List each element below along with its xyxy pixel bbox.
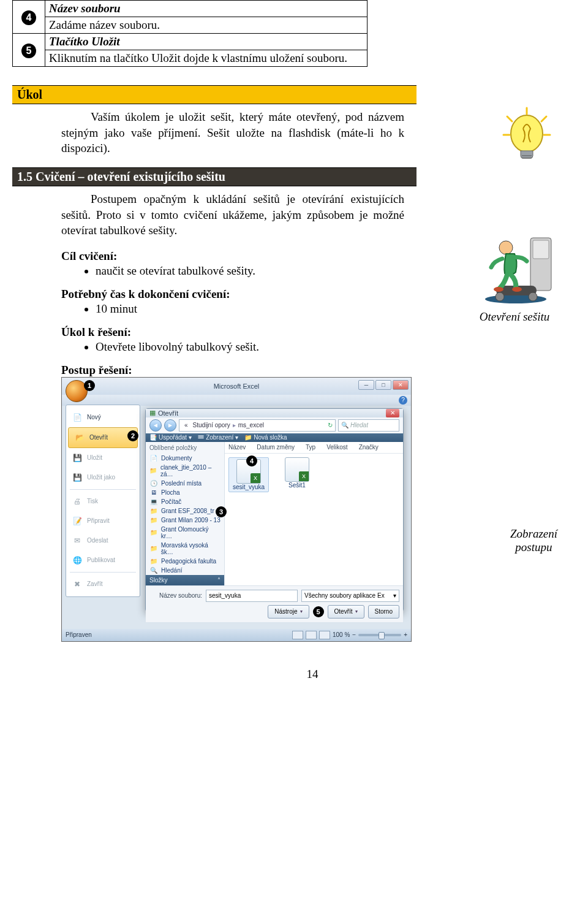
solve-label: Úkol k řešení: xyxy=(61,325,564,339)
step-5-title: Tlačítko Uložit xyxy=(45,34,368,50)
page-number: 14 xyxy=(61,668,564,681)
view-caption-block: Zobrazení postupu xyxy=(510,527,557,554)
cancel-button[interactable]: Storno xyxy=(368,605,399,619)
view-normal-button[interactable] xyxy=(292,631,303,639)
lightbulb-illustration xyxy=(496,104,557,178)
excel-doc-icon: ▦ xyxy=(149,409,156,417)
search-input[interactable]: 🔍 Hledat xyxy=(338,419,399,432)
maximize-button[interactable]: □ xyxy=(375,380,391,390)
view-caption-l1: Zobrazení xyxy=(510,527,557,540)
menu-send[interactable]: ✉ Odeslat xyxy=(66,531,140,550)
screenshot-figure: 1 Microsoft Excel ─ □ ✕ ? 📄 Nový 📂 Otevř… xyxy=(61,377,412,642)
menu-prepare[interactable]: 📝 Připravit xyxy=(66,511,140,531)
fav-item[interactable]: 🔍Hledání xyxy=(146,566,224,575)
callout-1: 1 xyxy=(84,380,95,391)
fav-item[interactable]: 📁Pedagogická fakulta xyxy=(146,557,224,566)
print-icon: 🖨 xyxy=(71,495,83,508)
file-item-selected[interactable]: 4 X sesit_vyuka xyxy=(228,457,269,492)
help-icon[interactable]: ? xyxy=(399,396,407,405)
callout-4: 4 xyxy=(246,455,257,466)
steps-label: Postup řešení: xyxy=(61,364,564,377)
views-button[interactable]: 𝍢 Zobrazení ▾ xyxy=(198,433,238,442)
new-doc-icon: 📄 xyxy=(71,411,83,424)
status-bar: Připraven 100 % −+ xyxy=(62,629,411,641)
view-layout-button[interactable] xyxy=(306,631,317,639)
close-doc-icon: ✖ xyxy=(71,578,83,590)
zoom-label: 100 % xyxy=(333,631,350,638)
step-5-text: Kliknutím na tlačítko Uložit dojde k vla… xyxy=(45,50,368,67)
excel-titlebar: 1 Microsoft Excel ─ □ ✕ xyxy=(62,378,411,395)
save-icon: 💾 xyxy=(71,452,83,464)
prepare-icon: 📝 xyxy=(71,515,83,527)
open-folder-icon: 📂 xyxy=(74,432,86,444)
menu-close[interactable]: ✖ Zavřít xyxy=(66,574,140,594)
step-4-text: Zadáme název souboru. xyxy=(45,17,368,34)
svg-point-14 xyxy=(512,287,522,292)
svg-point-12 xyxy=(499,241,513,254)
minimize-button[interactable]: ─ xyxy=(358,380,374,390)
solve-item: Otevřete libovolný tabulkový sešit. xyxy=(96,340,564,354)
fav-item[interactable]: 🕓Poslední místa xyxy=(146,479,224,488)
dialog-title-text: Otevřít xyxy=(158,409,178,417)
fav-item[interactable]: 🖥Plocha xyxy=(146,488,224,497)
publish-icon: 🌐 xyxy=(71,554,83,566)
fav-item[interactable]: 📁Moravská vysoká šk… xyxy=(146,541,224,557)
nav-forward-button[interactable]: ► xyxy=(164,419,176,432)
fav-item[interactable]: 📄Dokumenty xyxy=(146,454,224,463)
menu-save-as[interactable]: 💾 Uložit jako xyxy=(66,468,140,487)
view-break-button[interactable] xyxy=(319,631,330,639)
save-as-icon: 💾 xyxy=(71,471,83,484)
dialog-close-button[interactable]: ✕ xyxy=(386,409,399,417)
svg-line-3 xyxy=(541,116,546,121)
callout-2: 2 xyxy=(127,430,138,441)
step-4-title: Název souboru xyxy=(45,1,368,17)
dialog-titlebar: ▦ Otevřít ✕ xyxy=(146,409,403,417)
filetype-select[interactable]: Všechny soubory aplikace Ex▾ xyxy=(301,590,399,602)
fav-item[interactable]: 📁Grant Olomoucký kr… xyxy=(146,525,224,541)
fav-item[interactable]: 📁Grant Milan 2009 - 13 xyxy=(146,516,224,525)
task-text: Vaším úkolem je uložit sešit, který máte… xyxy=(61,109,404,156)
exercise-heading: 1.5 Cvičení – otevření existujícího seši… xyxy=(12,167,417,186)
column-headers: Název Datum změny Typ Velikost Značky xyxy=(225,442,403,454)
send-icon: ✉ xyxy=(71,535,83,547)
fav-item[interactable]: 💻Počítač xyxy=(146,497,224,506)
fav-item[interactable]: 📁Grant ESF_2008_tr 3 xyxy=(146,506,224,516)
task-heading: Úkol xyxy=(12,85,417,104)
folders-toggle[interactable]: Složky˄ xyxy=(146,575,224,585)
close-button[interactable]: ✕ xyxy=(393,380,409,390)
open-dialog: ▦ Otevřít ✕ ◄ ► « Studijní opory ▸ ms_ex… xyxy=(145,408,404,612)
status-ready: Připraven xyxy=(66,631,92,638)
svg-point-0 xyxy=(511,115,543,152)
svg-point-13 xyxy=(494,287,503,292)
office-menu: 📄 Nový 📂 Otevřít 2 💾 Uložit 💾 Uložit jak… xyxy=(66,405,140,597)
dialog-toolbar: 📑 Uspořádat ▾ 𝍢 Zobrazení ▾ 📁 Nová složk… xyxy=(146,433,403,442)
nav-back-button[interactable]: ◄ xyxy=(149,419,162,432)
file-item[interactable]: X Sešit1 xyxy=(279,457,315,489)
svg-line-2 xyxy=(507,116,512,121)
fav-item[interactable]: 📁clanek_jtie_2010 – zá… xyxy=(146,463,224,479)
menu-open[interactable]: 📂 Otevřít 2 xyxy=(68,427,138,448)
zoom-slider[interactable]: −+ xyxy=(352,631,407,638)
organize-button[interactable]: 📑 Uspořádat ▾ xyxy=(149,434,192,441)
menu-new[interactable]: 📄 Nový xyxy=(66,408,140,427)
svg-rect-8 xyxy=(533,240,549,259)
tools-button[interactable]: Nástroje▾ xyxy=(268,605,309,619)
new-folder-button[interactable]: 📁 Nová složka xyxy=(244,434,287,441)
view-caption-l2: postupu xyxy=(515,541,552,554)
menu-print[interactable]: 🖨 Tisk xyxy=(66,492,140,511)
favorites-pane: Oblíbené položky 📄Dokumenty 📁clanek_jtie… xyxy=(146,442,225,585)
breadcrumb[interactable]: « Studijní opory ▸ ms_excel ↻ xyxy=(179,419,336,432)
step-4-num: 4 xyxy=(13,1,45,34)
favorites-header: Oblíbené položky xyxy=(146,442,224,454)
runner-illustration: Otevření sešitu xyxy=(472,227,557,324)
filename-input[interactable]: sesit_vyuka xyxy=(206,590,298,602)
callout-3: 3 xyxy=(216,506,227,517)
excel-title: Microsoft Excel xyxy=(214,383,260,390)
menu-publish[interactable]: 🌐 Publikovat xyxy=(66,550,140,570)
open-button[interactable]: Otevřít▾ xyxy=(328,605,364,619)
dialog-footer: Název souboru: sesit_vyuka Všechny soubo… xyxy=(146,585,403,622)
search-icon: 🔍 xyxy=(341,422,349,428)
exercise-text: Postupem opačným k ukládání sešitů je ot… xyxy=(61,191,404,238)
menu-save[interactable]: 💾 Uložit xyxy=(66,448,140,468)
filename-label: Název souboru: xyxy=(149,592,202,599)
